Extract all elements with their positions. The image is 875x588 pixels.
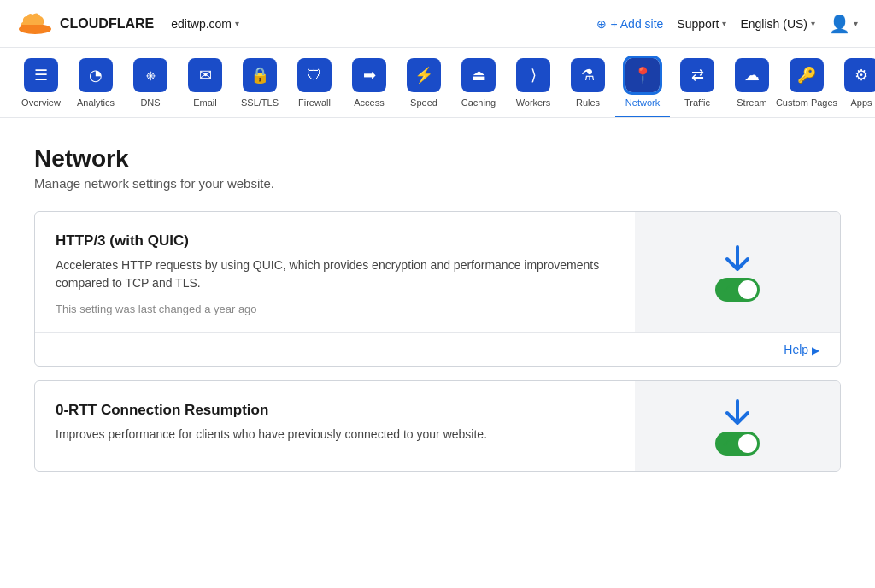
nav-item-access[interactable]: ➡ Access (342, 55, 396, 116)
user-menu[interactable]: 👤 ▾ (829, 14, 858, 34)
support-label: Support (677, 17, 719, 31)
page-title: Network (34, 145, 841, 173)
nav-item-network[interactable]: 📍 Network (615, 55, 670, 118)
nav-label-email: Email (193, 97, 217, 108)
nav-icon-ssl-tls: 🔒 (243, 58, 277, 92)
support-link[interactable]: Support ▾ (677, 17, 726, 31)
add-site-label: + Add site (610, 17, 663, 31)
toggle-0rtt[interactable]: ✓ (715, 432, 760, 456)
main-content: Network Manage network settings for your… (0, 118, 875, 513)
toggle-knob-http3 (738, 280, 757, 299)
nav-label-rules: Rules (576, 97, 600, 108)
toggle-check-0rtt: ✓ (722, 438, 731, 450)
nav-icon-analytics: ◔ (79, 58, 113, 92)
nav-item-overview[interactable]: ☰ Overview (14, 55, 68, 116)
nav-icon-custom-pages: 🔑 (790, 58, 824, 92)
settings-cards: HTTP/3 (with QUIC) Accelerates HTTP requ… (34, 211, 841, 472)
card-title-http3: HTTP/3 (with QUIC) (56, 232, 614, 250)
nav-icon-access: ➡ (352, 58, 386, 92)
card-desc-0rtt: Improves performance for clients who hav… (56, 426, 614, 444)
language-label: English (US) (740, 17, 807, 31)
help-link-http3[interactable]: Help ▶ (784, 343, 819, 356)
toggle-http3[interactable]: ✓ (715, 278, 760, 302)
nav-icon-rules: ⚗ (571, 58, 605, 92)
nav-icon-dns: ⎈ (133, 58, 167, 92)
domain-label: editwp.com (171, 17, 232, 31)
logo-area: CLOUDFLARE (17, 12, 154, 36)
nav-label-dns: DNS (140, 97, 160, 108)
domain-chevron: ▾ (235, 19, 239, 28)
nav-label-traffic: Traffic (684, 97, 710, 108)
nav-label-network: Network (625, 97, 660, 108)
nav-item-apps[interactable]: ⚙ Apps (834, 55, 875, 116)
user-chevron: ▾ (854, 19, 858, 28)
brand-name: CLOUDFLARE (60, 16, 154, 32)
nav-item-workers[interactable]: ⟩ Workers (506, 55, 561, 116)
card-body-0rtt: 0-RTT Connection Resumption Improves per… (35, 381, 635, 471)
card-main-0rtt: 0-RTT Connection Resumption Improves per… (35, 381, 840, 471)
nav-item-ssl-tls[interactable]: 🔒 SSL/TLS (232, 55, 287, 116)
nav-label-custom-pages: Custom Pages (776, 97, 837, 108)
nav-item-custom-pages[interactable]: 🔑 Custom Pages (779, 55, 834, 116)
nav-label-analytics: Analytics (77, 97, 115, 108)
top-nav-right: ⊕ + Add site Support ▾ English (US) ▾ 👤 … (596, 14, 858, 34)
toggle-check-http3: ✓ (722, 284, 731, 296)
nav-item-dns[interactable]: ⎈ DNS (123, 55, 178, 116)
nav-item-rules[interactable]: ⚗ Rules (561, 55, 615, 116)
nav-item-caching[interactable]: ⏏ Caching (451, 55, 506, 116)
icon-nav: ☰ Overview ◔ Analytics ⎈ DNS ✉ Email 🔒 S… (0, 48, 875, 118)
nav-icon-traffic: ⇄ (680, 58, 714, 92)
nav-icon-network: 📍 (625, 58, 660, 92)
nav-icon-speed: ⚡ (407, 58, 441, 92)
nav-label-access: Access (354, 97, 384, 108)
card-main-http3: HTTP/3 (with QUIC) Accelerates HTTP requ… (35, 212, 840, 332)
arrow-indicator (722, 397, 753, 432)
user-icon: 👤 (829, 14, 850, 34)
nav-icon-stream: ☁ (735, 58, 769, 92)
nav-icon-workers: ⟩ (516, 58, 550, 92)
top-nav: CLOUDFLARE editwp.com ▾ ⊕ + Add site Sup… (0, 0, 875, 48)
add-site-button[interactable]: ⊕ + Add site (596, 17, 663, 31)
setting-card-http3: HTTP/3 (with QUIC) Accelerates HTTP requ… (34, 211, 841, 367)
nav-icon-caching: ⏏ (461, 58, 496, 92)
card-desc-http3: Accelerates HTTP requests by using QUIC,… (56, 256, 614, 292)
nav-label-stream: Stream (737, 97, 766, 108)
toggle-wrapper-0rtt: ✓ (715, 397, 760, 456)
nav-item-speed[interactable]: ⚡ Speed (396, 55, 451, 116)
setting-card-0rtt: 0-RTT Connection Resumption Improves per… (34, 380, 841, 472)
nav-item-traffic[interactable]: ⇄ Traffic (670, 55, 725, 116)
nav-label-workers: Workers (516, 97, 551, 108)
nav-label-firewall: Firewall (298, 97, 331, 108)
nav-item-firewall[interactable]: 🛡 Firewall (287, 55, 342, 116)
toggle-wrapper-http3: ✓ (715, 244, 760, 302)
nav-item-analytics[interactable]: ◔ Analytics (68, 55, 123, 116)
add-site-icon: ⊕ (596, 17, 607, 31)
card-toggle-area-http3: ✓ (635, 212, 840, 332)
card-toggle-area-0rtt: ✓ (635, 381, 840, 471)
nav-item-stream[interactable]: ☁ Stream (725, 55, 779, 116)
nav-item-email[interactable]: ✉ Email (178, 55, 232, 116)
help-arrow-http3: ▶ (812, 344, 819, 356)
nav-label-speed: Speed (410, 97, 438, 108)
nav-label-caching: Caching (461, 97, 496, 108)
card-body-http3: HTTP/3 (with QUIC) Accelerates HTTP requ… (35, 212, 635, 332)
card-footer-http3: Help ▶ (35, 332, 840, 366)
nav-label-apps: Apps (850, 97, 872, 108)
card-timestamp-http3: This setting was last changed a year ago (56, 303, 614, 315)
nav-label-ssl-tls: SSL/TLS (241, 97, 279, 108)
card-title-0rtt: 0-RTT Connection Resumption (56, 402, 614, 419)
arrow-indicator (722, 244, 753, 278)
support-chevron: ▾ (722, 19, 726, 28)
nav-icon-email: ✉ (188, 58, 222, 92)
toggle-knob-0rtt (738, 434, 757, 453)
cloudflare-logo (17, 12, 53, 36)
language-selector[interactable]: English (US) ▾ (740, 17, 815, 31)
language-chevron: ▾ (811, 19, 815, 28)
nav-label-overview: Overview (21, 97, 61, 108)
nav-icon-firewall: 🛡 (297, 58, 332, 92)
nav-icon-apps: ⚙ (844, 58, 875, 92)
domain-selector[interactable]: editwp.com ▾ (171, 17, 239, 31)
nav-icon-overview: ☰ (24, 58, 58, 92)
page-subtitle: Manage network settings for your website… (34, 176, 841, 191)
